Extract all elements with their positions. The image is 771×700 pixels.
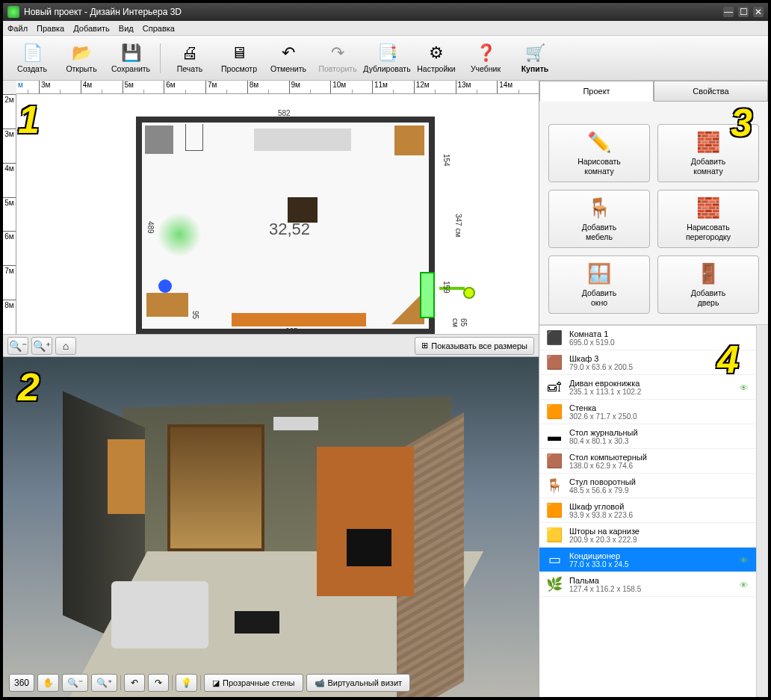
dimension-right-low: 159 bbox=[442, 281, 450, 294]
toolbar-повторить[interactable]: ↷Повторить bbox=[315, 39, 361, 78]
ruler-horizontal: м3м4м5м6м7м8м9м10м11м12м13м14м bbox=[16, 81, 539, 94]
object-dimensions: 79.0 x 63.6 x 200.5 bbox=[569, 363, 750, 371]
menu-view[interactable]: Вид bbox=[119, 24, 134, 33]
Учебник-icon: ❓ bbox=[474, 43, 497, 63]
furniture-wardrobe[interactable] bbox=[145, 126, 173, 154]
dimension-right-bottom: 65 см bbox=[451, 318, 468, 334]
view-3d[interactable]: 2 360 ✋ 🔍⁻ bbox=[3, 357, 539, 697]
object-item[interactable]: 🟫Шкаф 379.0 x 63.6 x 200.5 bbox=[539, 350, 756, 375]
furniture-plant[interactable] bbox=[157, 212, 202, 257]
toolbar-просмотр[interactable]: 🖥Просмотр bbox=[216, 39, 262, 78]
object-item[interactable]: 🟧Стенка302.6 x 71.7 x 250.0 bbox=[539, 400, 756, 424]
ruler-vertical: 2м3м4м5м6м7м8м bbox=[3, 94, 16, 334]
Купить-icon: 🛒 bbox=[524, 43, 546, 63]
add-furniture-button[interactable]: 🪑Добавить мебель bbox=[548, 190, 650, 248]
canvas-2d[interactable]: 32,52 bbox=[16, 94, 539, 334]
pan-button[interactable]: ✋ bbox=[37, 674, 59, 692]
selection-handle[interactable] bbox=[463, 287, 475, 299]
close-button[interactable]: ✕ bbox=[753, 7, 764, 17]
scrollbar[interactable] bbox=[756, 325, 768, 697]
object-item[interactable]: 🟨Шторы на карнизе200.9 x 20.3 x 222.9 bbox=[539, 523, 756, 548]
toolbar-сохранить[interactable]: 💾Сохранить bbox=[108, 39, 154, 78]
object-icon: ⬛ bbox=[545, 329, 563, 347]
toolbar-создать[interactable]: 📄Создать bbox=[9, 39, 55, 78]
furniture-chair[interactable] bbox=[158, 279, 172, 293]
zoom-in-button[interactable]: 🔍⁺ bbox=[31, 337, 52, 355]
object-item[interactable]: 🛋Диван еврокнижка235.1 x 113.1 x 102.2👁 bbox=[539, 375, 756, 400]
dimension-right-inner: 154 bbox=[442, 154, 450, 167]
menu-add[interactable]: Добавить bbox=[73, 24, 110, 33]
toolbar-дублировать[interactable]: 📑Дублировать bbox=[364, 39, 410, 78]
object-dimensions: 200.9 x 20.3 x 222.9 bbox=[569, 536, 750, 544]
transparent-walls-button[interactable]: ◪Прозрачные стены bbox=[204, 674, 303, 692]
home-button[interactable]: ⌂ bbox=[55, 337, 76, 355]
add-door-button[interactable]: 🚪Добавить дверь bbox=[657, 255, 759, 314]
object-dimensions: 77.0 x 33.0 x 24.5 bbox=[569, 560, 734, 569]
tab-project[interactable]: Проект bbox=[539, 81, 654, 102]
object-item[interactable]: 🌿Пальма127.4 x 116.2 x 158.5👁 bbox=[539, 572, 756, 597]
object-icon: 🟫 bbox=[545, 452, 563, 470]
door-swing[interactable] bbox=[185, 124, 203, 151]
virtual-visit-button[interactable]: 📹Виртуальный визит bbox=[306, 674, 411, 692]
tab-properties[interactable]: Свойства bbox=[654, 81, 768, 102]
zoom-out-3d-button[interactable]: 🔍⁻ bbox=[62, 674, 88, 692]
object-item[interactable]: 🟧Шкаф угловой93.9 x 93.8 x 223.6 bbox=[539, 498, 756, 523]
furniture-corner-cabinet[interactable] bbox=[394, 126, 424, 155]
object-item[interactable]: 🪑Стул поворотный48.5 x 56.6 x 79.9 bbox=[539, 474, 756, 498]
add-window-button[interactable]: 🪟Добавить окно bbox=[548, 255, 650, 314]
object-item[interactable]: 🟫Стол компьютерный138.0 x 62.9 x 74.6 bbox=[539, 449, 756, 474]
menu-file[interactable]: Файл bbox=[7, 24, 28, 33]
object-icon: 🟧 bbox=[545, 501, 563, 519]
scene-3d bbox=[33, 372, 509, 667]
maximize-button[interactable]: ☐ bbox=[738, 7, 749, 17]
zoom-out-button[interactable]: 🔍⁻ bbox=[7, 337, 28, 355]
furniture-wall-unit[interactable] bbox=[232, 313, 366, 326]
object-item[interactable]: ▬Стол журнальный80.4 x 80.1 x 30.3 bbox=[539, 424, 756, 449]
menu-help[interactable]: Справка bbox=[143, 24, 175, 33]
toolbar-печать[interactable]: 🖨Печать bbox=[167, 39, 213, 78]
dimension-right-outer: 347 см bbox=[454, 214, 462, 237]
plan-2d-area: 1 м3м4м5м6м7м8м9м10м11м12м13м14м 2м3м4м5… bbox=[3, 81, 539, 357]
add-room-button[interactable]: 🧱Добавить комнату bbox=[657, 124, 759, 182]
toolbar-учебник[interactable]: ❓Учебник bbox=[462, 39, 509, 78]
object-icon: 🪑 bbox=[545, 477, 563, 495]
rotate-360-button[interactable]: 360 bbox=[9, 674, 34, 692]
toolbar: 📄Создать📂Открыть💾Сохранить🖨Печать🖥Просмо… bbox=[3, 36, 768, 81]
object-name: Шторы на карнизе bbox=[569, 527, 750, 536]
shelving-3d bbox=[317, 447, 414, 596]
room-outline[interactable]: 32,52 bbox=[136, 117, 435, 334]
object-item[interactable]: ▭Кондиционер77.0 x 33.0 x 24.5👁 bbox=[539, 548, 756, 572]
zoom-in-3d-button[interactable]: 🔍⁺ bbox=[91, 674, 117, 692]
visibility-eye-icon[interactable]: 👁 bbox=[740, 556, 750, 563]
brick-wall-icon: 🧱 bbox=[696, 196, 720, 220]
rotate-right-button[interactable]: ↷ bbox=[148, 674, 169, 692]
object-list[interactable]: ⬛Комната 1695.0 x 519.0🟫Шкаф 379.0 x 63.… bbox=[539, 325, 756, 697]
light-button[interactable]: 💡 bbox=[176, 674, 197, 692]
visibility-eye-icon[interactable]: 👁 bbox=[740, 383, 750, 391]
furniture-desk[interactable] bbox=[146, 293, 188, 317]
minimize-button[interactable]: — bbox=[723, 7, 734, 17]
rotate-left-button[interactable]: ↶ bbox=[124, 674, 145, 692]
menu-edit[interactable]: Правка bbox=[37, 24, 64, 33]
furniture-sofa[interactable] bbox=[254, 128, 351, 151]
object-item[interactable]: ⬛Комната 1695.0 x 519.0 bbox=[539, 326, 756, 350]
window-curtains-3d bbox=[167, 424, 264, 551]
draw-partition-button[interactable]: 🧱Нарисовать перегородку bbox=[657, 190, 759, 248]
selected-aircon[interactable] bbox=[420, 272, 435, 318]
toolbar-отменить[interactable]: ↶Отменить bbox=[265, 39, 312, 78]
Настройки-icon: ⚙ bbox=[425, 43, 448, 63]
toolbar-открыть[interactable]: 📂Открыть bbox=[58, 39, 105, 78]
dimension-left-low: 95 bbox=[191, 311, 199, 319]
draw-room-button[interactable]: ✏️Нарисовать комнату bbox=[548, 124, 650, 182]
object-name: Стул поворотный bbox=[569, 477, 750, 486]
show-all-dims-button[interactable]: ⊞Показывать все размеры bbox=[415, 337, 534, 355]
toolbar-купить[interactable]: 🛒Купить bbox=[512, 39, 558, 78]
furniture-coffee-table[interactable] bbox=[288, 197, 318, 223]
visibility-eye-icon[interactable]: 👁 bbox=[740, 580, 750, 588]
object-icon: 🛋 bbox=[545, 378, 563, 396]
room-add-icon: 🧱 bbox=[696, 130, 720, 155]
toolbar-настройки[interactable]: ⚙Настройки bbox=[413, 39, 459, 78]
object-dimensions: 80.4 x 80.1 x 30.3 bbox=[569, 437, 750, 445]
aircon-3d bbox=[273, 417, 318, 430]
object-icon: ▬ bbox=[545, 427, 563, 445]
